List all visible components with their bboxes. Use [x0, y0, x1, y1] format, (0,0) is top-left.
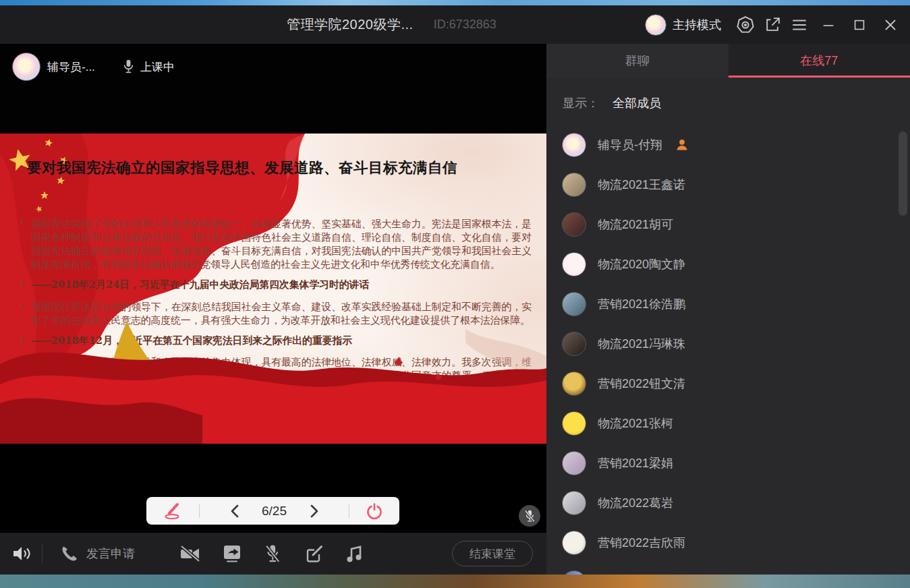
room-id: ID:6732863 [434, 18, 496, 32]
avatar [562, 411, 586, 436]
avatar [562, 252, 586, 276]
desktop-wallpaper-bottom [0, 575, 910, 588]
list-item[interactable]: 营销2021徐浩鹏 [546, 284, 910, 324]
popout-icon[interactable] [762, 15, 783, 35]
list-item[interactable]: 物流2021胡可 [546, 204, 910, 244]
speech-request-label: 发言申请 [86, 546, 135, 562]
list-item[interactable]: 物流2021冯琳珠 [546, 324, 910, 363]
screen: 管理学院2020级学... ID:6732863 主持模式 [0, 0, 910, 588]
annotate-icon[interactable] [305, 533, 323, 575]
host-mode-label: 主持模式 [673, 17, 721, 33]
member-name: 物流2021胡可 [598, 216, 673, 233]
speech-request-button[interactable]: 发言申请 [59, 533, 135, 575]
avatar [562, 491, 586, 515]
list-item[interactable]: 营销2022吉欣雨 [546, 523, 910, 562]
power-icon[interactable] [366, 502, 383, 520]
slide-canvas: 要对我国宪法确立的国家指导思想、发展道路、奋斗目标充满自信 我国宪法实现了党的主… [0, 134, 546, 444]
filter-label: 显示： [563, 95, 599, 111]
slide-title: 要对我国宪法确立的国家指导思想、发展道路、奋斗目标充满自信 [27, 158, 492, 178]
avatar [562, 173, 586, 197]
tab-label: 在线77 [800, 53, 838, 69]
mic-off-icon [523, 509, 536, 523]
member-name: 物流2021张柯 [598, 415, 673, 432]
mic-icon [123, 59, 134, 74]
prev-slide-icon[interactable] [229, 504, 241, 519]
list-item[interactable]: 营销2021梁娟 [546, 443, 910, 483]
list-item[interactable]: 物流2021王鑫诺 [546, 165, 910, 204]
member-name: 物流2020陶文静 [598, 256, 685, 272]
avatar [562, 451, 586, 475]
slide-bullet: ——2018年2月24日，习近平在十九届中央政治局第四次集体学习时的讲话 [31, 278, 532, 291]
member-name: 辅导员-付翔 [598, 137, 662, 153]
avatar [562, 531, 586, 555]
window-title: 管理学院2020级学... [287, 16, 414, 34]
class-status-label: 上课中 [140, 59, 175, 75]
red-wave-decoration [0, 302, 546, 444]
stage-area: 辅导员-... 上课中 [0, 44, 546, 575]
page-nav: 6/25 [200, 504, 349, 519]
avatar [562, 332, 586, 356]
mic-muted-indicator[interactable] [519, 505, 540, 527]
slide-control-bar: 6/25 [146, 497, 399, 525]
divider [42, 544, 42, 563]
music-icon[interactable] [345, 533, 363, 575]
mic-off-toolbar-icon[interactable] [264, 533, 281, 575]
camera-off-icon[interactable] [179, 533, 201, 575]
end-class-label: 结束课堂 [470, 546, 515, 562]
avatar [562, 372, 586, 396]
list-item[interactable]: 营销2022钮文清 [546, 363, 910, 403]
member-name: 物流2021冯琳珠 [598, 336, 685, 352]
member-name: 营销2021梁娟 [598, 455, 673, 471]
avatar [562, 212, 586, 237]
member-filter-row: 显示： 全部成员 [546, 78, 910, 111]
scrollbar-thumb[interactable] [899, 131, 907, 216]
member-name: 营销2022吉欣雨 [598, 535, 685, 551]
presenter-name: 辅导员-... [47, 59, 95, 75]
slide-bullet: 我国宪法实现了党的主张和人民意志的高度统一，具有显著优势、坚实基础、强大生命力。… [31, 217, 532, 271]
screen-share-icon[interactable] [222, 533, 242, 575]
member-name: 营销2022钮文清 [598, 376, 685, 392]
titlebar-center: 管理学院2020级学... ID:6732863 [287, 5, 496, 44]
tab-label: 群聊 [625, 53, 650, 69]
filter-value-dropdown[interactable]: 全部成员 [613, 95, 661, 111]
presenter-avatar [12, 53, 40, 81]
menu-icon[interactable] [789, 15, 809, 35]
list-item[interactable]: 辅导员-付翔 [546, 125, 910, 165]
main-area: 辅导员-... 上课中 [0, 44, 910, 575]
member-name: 物流2021王鑫诺 [598, 177, 685, 193]
avatar [562, 133, 586, 157]
host-badge-icon [675, 138, 689, 152]
panel-tabs: 群聊 在线77 [546, 44, 910, 78]
member-name: 营销2021徐浩鹏 [598, 296, 685, 312]
next-slide-icon[interactable] [308, 504, 320, 519]
list-item[interactable]: 物流2022葛岩 [546, 483, 910, 523]
close-icon[interactable] [880, 15, 901, 35]
desktop-wallpaper-top [0, 0, 910, 5]
side-panel: 群聊 在线77 显示： 全部成员 辅导员-付翔 物流2021王鑫诺 物流2021… [546, 44, 910, 575]
end-class-button[interactable]: 结束课堂 [452, 541, 533, 566]
app-window: 管理学院2020级学... ID:6732863 主持模式 [0, 5, 910, 575]
titlebar-right: 主持模式 [645, 5, 901, 44]
presenter-info: 辅导员-... [12, 53, 95, 81]
minimize-icon[interactable] [818, 15, 838, 35]
list-item[interactable]: 物流2020陶文静 [546, 244, 910, 284]
class-status: 上课中 [123, 53, 175, 81]
titlebar: 管理学院2020级学... ID:6732863 主持模式 [0, 5, 910, 44]
member-list: 辅导员-付翔 物流2021王鑫诺 物流2021胡可 物流2020陶文静 营销20… [546, 125, 910, 575]
bottom-toolbar: 发言申请 [0, 533, 546, 575]
presenter-video-tile: 辅导员-... 上课中 [0, 44, 546, 134]
pen-icon[interactable] [163, 502, 183, 520]
tab-group-chat[interactable]: 群聊 [546, 44, 729, 78]
divider [349, 504, 349, 518]
avatar [562, 292, 586, 316]
page-indicator: 6/25 [257, 504, 292, 519]
list-item[interactable] [546, 562, 910, 575]
user-avatar[interactable] [645, 14, 666, 36]
phone-icon [59, 544, 78, 563]
maximize-icon[interactable] [849, 15, 870, 35]
tab-online-members[interactable]: 在线77 [729, 44, 910, 78]
list-item[interactable]: 物流2021张柯 [546, 403, 910, 443]
settings-icon[interactable] [735, 15, 756, 35]
member-name: 物流2022葛岩 [598, 495, 673, 511]
speaker-icon[interactable] [12, 533, 32, 575]
